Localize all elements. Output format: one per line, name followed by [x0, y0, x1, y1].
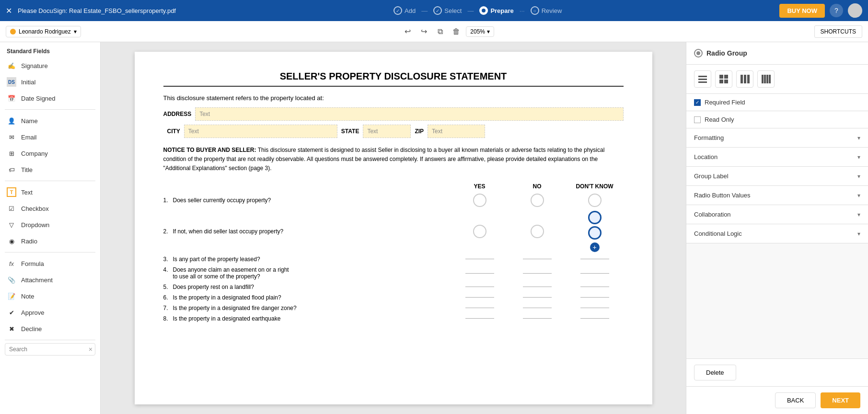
notice-paragraph: NOTICE TO BUYER AND SELLER: This disclos… [163, 146, 624, 173]
qa-radio-4-yes[interactable] [451, 273, 509, 274]
step-add-label: Add [405, 7, 416, 14]
step-prepare-label: Prepare [490, 7, 513, 14]
qa-radio-2-yes[interactable] [451, 211, 509, 252]
qa-radio-3-dk[interactable] [566, 259, 624, 259]
qa-line-3-dk [580, 259, 609, 259]
radio-circle-2-dk-2[interactable] [588, 226, 602, 240]
sidebar-item-approve[interactable]: ✔ Approve [0, 304, 100, 321]
sidebar-item-note[interactable]: 📝 Note [0, 288, 100, 304]
sidebar-item-email[interactable]: ✉ Email [0, 129, 100, 145]
state-field[interactable]: Text [363, 125, 411, 138]
step-divider-1: — [421, 7, 428, 14]
undo-button[interactable]: ↩ [401, 25, 414, 38]
qa-num-7: 7. [163, 305, 173, 311]
help-icon[interactable]: ? [830, 4, 843, 17]
shortcuts-button[interactable]: SHORTCUTS [814, 25, 862, 38]
required-field-checkbox[interactable]: ✓ [694, 99, 701, 106]
zoom-control[interactable]: 205% ▾ [466, 26, 494, 37]
qa-question-7: Is the property in a designated fire dan… [173, 305, 451, 311]
sidebar-item-title[interactable]: 🏷 Title [0, 161, 100, 178]
radio-button-values-header[interactable]: Radio Button Values ▾ [686, 186, 868, 205]
radio-style-2[interactable] [715, 70, 732, 88]
qa-row-6: 6. Is the property in a designated flood… [163, 294, 624, 301]
step-divider-3: ··· [520, 7, 525, 14]
sidebar-item-radio[interactable]: ◉ Radio [0, 233, 100, 249]
search-input[interactable] [5, 343, 95, 356]
location-header[interactable]: Location ▾ [686, 148, 868, 166]
back-button[interactable]: BACK [775, 392, 816, 408]
formatting-chevron-icon: ▾ [857, 135, 860, 141]
sidebar-item-signature[interactable]: ✍ Signature [0, 58, 100, 74]
user-selector[interactable]: Leonardo Rodriguez ▾ [6, 26, 81, 37]
col-no: NO [509, 183, 566, 190]
user-dot [10, 29, 16, 34]
sidebar-item-radio-label: Radio [21, 238, 37, 245]
sidebar-item-initial[interactable]: DS Initial [0, 74, 100, 90]
qa-row-5: 5. Does property rest on a landfill? [163, 284, 624, 290]
formatting-header[interactable]: Formatting ▾ [686, 128, 868, 147]
search-clear-icon[interactable]: × [89, 345, 93, 353]
qa-radio-2-no[interactable] [509, 211, 566, 252]
qa-header-row: YES NO DON'T KNOW [163, 183, 624, 190]
read-only-checkbox[interactable] [694, 116, 701, 123]
radio-style-1[interactable] [694, 70, 711, 88]
group-label-header[interactable]: Group Label ▾ [686, 167, 868, 185]
collaboration-header[interactable]: Collaboration ▾ [686, 205, 868, 224]
sidebar-item-decline[interactable]: ✖ Decline [0, 321, 100, 337]
redo-button[interactable]: ↪ [417, 25, 430, 38]
avatar[interactable] [848, 3, 862, 18]
next-button[interactable]: NEXT [821, 392, 860, 408]
step-select[interactable]: ✓ Select [433, 6, 462, 15]
radio-circle-2-yes[interactable] [473, 225, 486, 238]
step-add[interactable]: ✓ Add [393, 6, 416, 15]
qa-radio-1-dk[interactable] [566, 194, 624, 207]
close-button[interactable]: ✕ [6, 6, 12, 15]
radio-button-values-chevron-icon: ▾ [857, 192, 860, 199]
city-field[interactable]: Text [184, 125, 337, 138]
zoom-value: 205% [470, 28, 485, 35]
sidebar-item-date-signed[interactable]: 📅 Date Signed [0, 90, 100, 106]
sidebar-item-attachment[interactable]: 📎 Attachment [0, 272, 100, 288]
step-prepare[interactable]: Prepare [479, 6, 513, 15]
radio-circle-1-yes[interactable] [473, 194, 486, 207]
radio-circle-2-dk-1[interactable] [588, 211, 602, 224]
qa-num-2: 2. [163, 228, 173, 235]
radio-circle-2-no[interactable] [531, 225, 544, 238]
radio-circle-1-dk[interactable] [588, 194, 602, 207]
required-field-row[interactable]: ✓ Required Field [686, 94, 868, 111]
sidebar-item-formula[interactable]: fx Formula [0, 255, 100, 272]
qa-radio-2-dk[interactable]: + [566, 211, 624, 252]
radio-style-3[interactable] [736, 70, 753, 88]
buy-now-button[interactable]: BUY NOW [779, 4, 825, 18]
sidebar-item-dropdown[interactable]: ▽ Dropdown [0, 217, 100, 233]
conditional-logic-header[interactable]: Conditional Logic ▾ [686, 224, 868, 243]
qa-question-5: Does property rest on a landfill? [173, 284, 451, 290]
sidebar-item-checkbox-label: Checkbox [21, 205, 49, 212]
delete-button[interactable]: Delete [694, 365, 736, 380]
qa-radio-1-no[interactable] [509, 194, 566, 207]
qa-radio-4-dk[interactable] [566, 273, 624, 274]
qa-radio-3-no[interactable] [509, 259, 566, 259]
read-only-row[interactable]: Read Only [686, 111, 868, 128]
qa-radio-1-yes[interactable] [451, 194, 509, 207]
radio-circle-1-no[interactable] [531, 194, 544, 207]
sidebar-item-name[interactable]: 👤 Name [0, 113, 100, 129]
add-radio-button[interactable]: + [590, 242, 600, 252]
qa-question-8: Is the property in a designated earthqua… [173, 315, 451, 322]
qa-radios-1 [451, 194, 624, 207]
sidebar-item-checkbox[interactable]: ☑ Checkbox [0, 200, 100, 217]
delete-toolbar-button[interactable]: 🗑 [450, 25, 463, 38]
location-chevron-icon: ▾ [857, 154, 860, 161]
state-label: STATE [341, 128, 359, 135]
copy-button[interactable]: ⧉ [433, 25, 447, 38]
qa-radio-3-yes[interactable] [451, 259, 509, 259]
qa-radios-5 [451, 287, 624, 287]
zip-field[interactable]: Text [428, 125, 485, 138]
pdf-title: SELLER'S PROPERTY DISCLOSURE STATEMENT [163, 71, 624, 82]
step-review[interactable]: ○ Review [531, 6, 562, 15]
qa-radio-4-no[interactable] [509, 273, 566, 274]
address-field[interactable]: Text [195, 107, 623, 121]
sidebar-item-text[interactable]: T Text [0, 184, 100, 200]
radio-style-4[interactable] [757, 70, 775, 88]
sidebar-item-company[interactable]: ⊞ Company [0, 145, 100, 161]
